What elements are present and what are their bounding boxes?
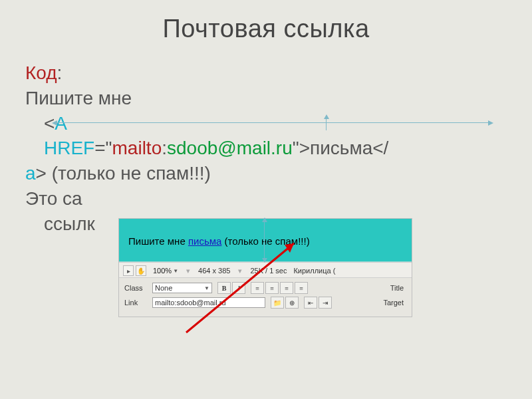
code-line-3: HREF="mailto:sdoob@mail.ru">письма</	[44, 136, 507, 161]
preview-suffix: (только не спам!!!)	[221, 235, 309, 247]
class-label: Class	[124, 284, 147, 292]
properties-panel: Class None ▼ B I ≡ ≡ ≡ ≡ Title Link	[119, 277, 412, 317]
format-group: B I	[217, 282, 245, 294]
class-value: None	[155, 284, 172, 292]
prop-row-class: Class None ▼ B I ≡ ≡ ≡ ≡ Title	[124, 282, 406, 294]
attr-href: HREF	[44, 138, 94, 158]
horizontal-guide	[53, 122, 492, 123]
link-text: письма	[310, 138, 372, 158]
code-line-1: Пишите мне	[25, 86, 507, 111]
bold-button[interactable]: B	[217, 282, 231, 294]
link-value: mailto:sdoob@mail.ru	[155, 299, 226, 307]
code-line-2: <А	[44, 111, 507, 136]
zoom-value: 100%	[153, 267, 172, 275]
slide-body: Код: Пишите мне <А HREF="mailto:sdoob@ma…	[25, 61, 507, 237]
preview-link[interactable]: письма	[188, 235, 221, 247]
class-select[interactable]: None ▼	[152, 283, 212, 293]
prop-row-link: Link mailto:sdoob@mail.ru 📁 ⊕ ⇤ ⇥ Target	[124, 297, 406, 309]
align-group: ≡ ≡ ≡ ≡	[251, 282, 308, 294]
separator: ▾	[185, 267, 192, 275]
email-literal: sdoob@mail.ru	[167, 138, 293, 158]
slide: Почтовая ссылка Код: Пишите мне <А HREF=…	[0, 0, 532, 399]
vertical-guide-small	[326, 116, 327, 130]
folder-icon[interactable]: 📁	[271, 297, 284, 309]
colon: :	[57, 63, 63, 83]
separator-2: ▾	[237, 267, 243, 275]
status-toolbar: ▸ ✋ 100% ▼ ▾ 464 x 385 ▾ 25K / 1 sec Кир…	[119, 262, 412, 277]
italic-button[interactable]: I	[232, 282, 245, 294]
indent-button[interactable]: ⇥	[319, 297, 332, 309]
code-label: Код	[25, 63, 57, 83]
tag-a-close: a	[25, 163, 36, 184]
code-line-4: a> (только не спам!!!)	[25, 161, 507, 186]
angle-close-open: </	[372, 138, 388, 158]
link-label: Link	[124, 299, 147, 307]
preview-prefix: Пишите мне	[128, 235, 188, 247]
align-right-button[interactable]: ≡	[280, 282, 293, 294]
mailto-kw: mailto	[112, 138, 162, 158]
pointer-icon[interactable]: ▸	[123, 265, 134, 276]
chevron-down-icon: ▼	[204, 285, 209, 291]
preview-canvas: Пишите мне письма (только не спам!!!)	[119, 219, 412, 262]
tool-icons: ▸ ✋	[123, 265, 146, 276]
link-input[interactable]: mailto:sdoob@mail.ru	[152, 297, 265, 308]
editor-preview: Пишите мне письма (только не спам!!!) ▸ …	[118, 218, 412, 317]
mailto-colon: :	[162, 138, 167, 158]
align-center-button[interactable]: ≡	[265, 282, 279, 294]
angle-close: >	[36, 163, 47, 184]
code-trailing: (только не спам!!!)	[47, 163, 211, 184]
slide-title: Почтовая ссылка	[25, 15, 507, 43]
guide-vertical	[264, 219, 265, 261]
zoom-select[interactable]: 100% ▼	[153, 267, 178, 275]
target-icon[interactable]: ⊕	[285, 297, 299, 309]
link-icons: 📁 ⊕	[271, 297, 299, 309]
canvas-dims: 464 x 385	[198, 267, 230, 275]
encoding: Кириллица (	[293, 267, 335, 275]
outdent-button[interactable]: ⇤	[304, 297, 317, 309]
chevron-down-icon: ▼	[173, 268, 178, 274]
paragraph-line-1: Это са	[25, 186, 507, 211]
preview-text: Пишите мне письма (только не спам!!!)	[128, 235, 402, 248]
target-label: Target	[383, 299, 406, 307]
indent-group: ⇤ ⇥	[304, 297, 332, 309]
align-justify-button[interactable]: ≡	[295, 282, 308, 294]
align-left-button[interactable]: ≡	[251, 282, 264, 294]
code-label-line: Код:	[25, 61, 507, 86]
page-size: 25K / 1 sec	[250, 267, 287, 275]
hand-icon[interactable]: ✋	[136, 265, 146, 276]
title-label: Title	[390, 284, 406, 292]
close-attr: ">	[293, 138, 310, 158]
eq-quote: ="	[94, 138, 112, 158]
